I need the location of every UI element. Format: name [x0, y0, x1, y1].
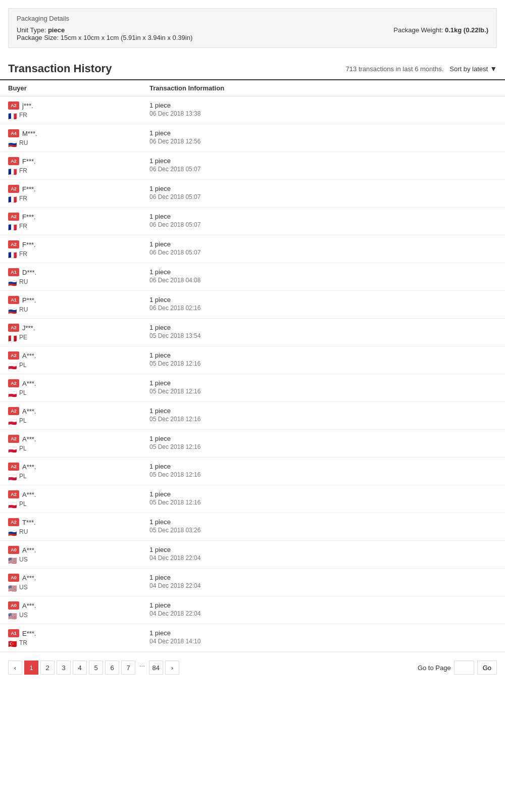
buyer-name: A***.: [22, 380, 36, 387]
page-button-2[interactable]: 2: [40, 661, 55, 675]
page-buttons: 1234567...84: [24, 661, 163, 675]
country-row: 🇵🇱 PL: [8, 417, 149, 424]
transaction-qty: 1 piece: [149, 351, 497, 359]
buyer-name: F***.: [22, 213, 36, 221]
buyer-info: A2 A***. 🇵🇱 PL: [8, 351, 149, 369]
transaction-info: 1 piece 05 Dec 2018 03:26: [149, 518, 497, 534]
country-code: US: [19, 612, 28, 619]
country-flag: 🇷🇺: [8, 307, 17, 313]
buyer-name-row: A2 A***.: [8, 351, 149, 360]
buyer-badge: A1: [8, 629, 19, 637]
country-code: RU: [19, 528, 28, 535]
buyer-badge: A0: [8, 601, 19, 610]
buyer-name: E***.: [22, 630, 36, 637]
buyer-badge: A2: [8, 435, 19, 443]
transaction-qty: 1 piece: [149, 546, 497, 553]
next-page-button[interactable]: ›: [165, 661, 179, 675]
transaction-date: 04 Dec 2018 22:04: [149, 554, 497, 562]
table-row: A2 A***. 🇵🇱 PL 1 piece 05 Dec 2018 12:16: [0, 430, 505, 458]
transaction-qty: 1 piece: [149, 629, 497, 637]
buyer-info: A0 A***. 🇺🇸 US: [8, 546, 149, 563]
buyer-badge: A2: [8, 157, 19, 165]
buyer-info: A1 D***. 🇷🇺 RU: [8, 268, 149, 285]
transaction-info: 1 piece 06 Dec 2018 13:38: [149, 102, 497, 117]
buyer-badge: A2: [8, 102, 19, 110]
go-button[interactable]: Go: [477, 661, 497, 675]
transaction-info: 1 piece 06 Dec 2018 12:56: [149, 129, 497, 145]
go-to-page: Go to Page Go: [418, 661, 497, 675]
page-button-84[interactable]: 84: [149, 661, 163, 675]
buyer-name: J***.: [22, 324, 35, 332]
buyer-badge: A0: [8, 574, 19, 582]
buyer-name: A***.: [22, 491, 36, 498]
table-row: A2 F***. 🇫🇷 FR 1 piece 06 Dec 2018 05:07: [0, 235, 505, 263]
transaction-date: 06 Dec 2018 05:07: [149, 249, 497, 256]
country-flag: 🇵🇱: [8, 362, 17, 368]
page-button-6[interactable]: 6: [105, 661, 119, 675]
page-button-7[interactable]: 7: [121, 661, 135, 675]
table-row: A0 A***. 🇺🇸 US 1 piece 04 Dec 2018 22:04: [0, 596, 505, 624]
page-button-1[interactable]: 1: [24, 661, 38, 675]
country-code: TR: [19, 639, 27, 646]
transaction-date: 06 Dec 2018 13:38: [149, 110, 497, 117]
buyer-badge: A2: [8, 518, 19, 526]
country-flag: 🇹🇷: [8, 640, 17, 646]
transaction-info: 1 piece 05 Dec 2018 12:16: [149, 463, 497, 478]
buyer-info: A2 A***. 🇵🇱 PL: [8, 407, 149, 424]
page-button-4[interactable]: 4: [73, 661, 87, 675]
buyer-name-row: A1 D***.: [8, 268, 149, 276]
buyer-name: j***.: [22, 102, 33, 110]
country-code: US: [19, 584, 28, 591]
table-row: A0 A***. 🇺🇸 US 1 piece 04 Dec 2018 22:04: [0, 541, 505, 569]
transaction-date: 05 Dec 2018 12:16: [149, 388, 497, 395]
buyer-info: A2 F***. 🇫🇷 FR: [8, 185, 149, 202]
buyer-name: A***.: [22, 546, 36, 554]
country-code: RU: [19, 278, 28, 285]
country-code: PL: [19, 445, 27, 452]
transaction-date: 05 Dec 2018 03:26: [149, 527, 497, 534]
go-to-page-input[interactable]: [454, 661, 474, 675]
buyer-name: A***.: [22, 435, 36, 443]
country-flag: 🇵🇱: [8, 501, 17, 507]
country-row: 🇺🇸 US: [8, 584, 149, 591]
buyer-info: A2 F***. 🇫🇷 FR: [8, 213, 149, 230]
table-row: A1 D***. 🇷🇺 RU 1 piece 06 Dec 2018 04:08: [0, 263, 505, 291]
buyer-name-row: A2 F***.: [8, 240, 149, 248]
sort-button[interactable]: Sort by latest ▼: [449, 65, 497, 73]
country-flag: 🇺🇸: [8, 556, 17, 563]
transaction-table: A2 j***. 🇫🇷 FR 1 piece 06 Dec 2018 13:38…: [0, 96, 505, 652]
buyer-badge: A2: [8, 185, 19, 193]
country-code: PL: [19, 473, 27, 480]
country-code: FR: [19, 195, 27, 202]
buyer-badge: A2: [8, 351, 19, 360]
buyer-info: A2 J***. 🇵🇪 PE: [8, 324, 149, 341]
transaction-info: 1 piece 04 Dec 2018 14:10: [149, 629, 497, 645]
transaction-date: 04 Dec 2018 14:10: [149, 638, 497, 645]
buyer-info: A2 A***. 🇵🇱 PL: [8, 490, 149, 508]
buyer-name-row: A1 P***.: [8, 296, 149, 304]
transaction-date: 05 Dec 2018 12:16: [149, 443, 497, 450]
transaction-meta: 713 transactions in last 6 months. Sort …: [346, 65, 497, 73]
table-row: A2 A***. 🇵🇱 PL 1 piece 05 Dec 2018 12:16: [0, 402, 505, 430]
transaction-qty: 1 piece: [149, 379, 497, 387]
buyer-info: A2 F***. 🇫🇷 FR: [8, 240, 149, 258]
transaction-info: 1 piece 06 Dec 2018 05:07: [149, 213, 497, 228]
country-row: 🇺🇸 US: [8, 556, 149, 563]
buyer-badge: A2: [8, 324, 19, 332]
buyer-name: A***.: [22, 574, 36, 582]
buyer-info: A1 P***. 🇷🇺 RU: [8, 296, 149, 313]
buyer-name-row: A2 F***.: [8, 185, 149, 193]
pagination: ‹ 1234567...84› Go to Page Go: [0, 652, 505, 683]
country-flag: 🇫🇷: [8, 168, 17, 174]
country-code: PE: [19, 334, 27, 341]
country-code: FR: [19, 167, 27, 174]
page-button-5[interactable]: 5: [89, 661, 103, 675]
country-code: PL: [19, 389, 27, 396]
prev-page-button[interactable]: ‹: [8, 661, 22, 675]
table-row: A2 A***. 🇵🇱 PL 1 piece 05 Dec 2018 12:16: [0, 346, 505, 374]
transaction-qty: 1 piece: [149, 185, 497, 192]
package-size: Package Size: 15cm x 10cm x 1cm (5.91in …: [17, 34, 192, 41]
country-flag: 🇺🇸: [8, 612, 17, 618]
country-flag: 🇵🇱: [8, 418, 17, 424]
page-button-3[interactable]: 3: [57, 661, 71, 675]
